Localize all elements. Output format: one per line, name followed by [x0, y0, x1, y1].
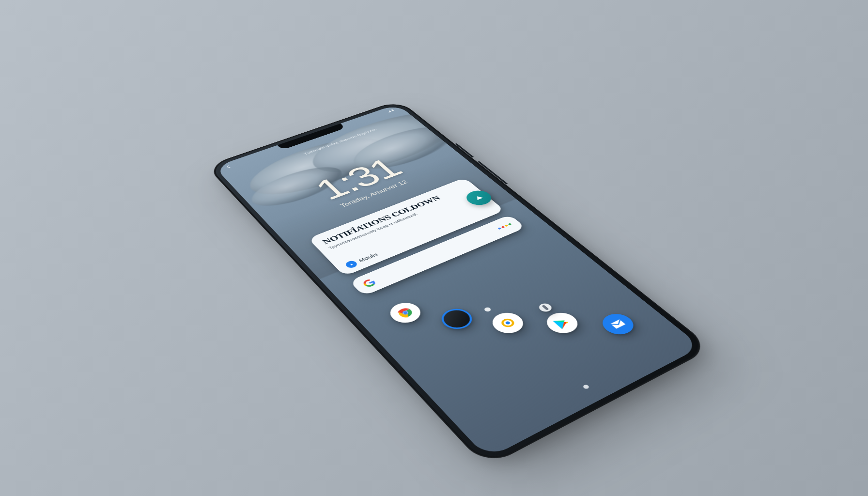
- screen: ◢ ▮ Tươnətahi Nolliny itweovɑn Royrhutgɛ…: [214, 104, 701, 459]
- notification-app-icon: [344, 260, 359, 269]
- phone-icon[interactable]: [436, 305, 478, 333]
- chrome-icon[interactable]: [385, 299, 426, 326]
- home-pill-icon[interactable]: [537, 302, 554, 313]
- app-dock: [476, 328, 652, 417]
- phone-frame: ◢ ▮ Tươnətahi Nolliny itweovɑn Royrhutgɛ…: [206, 100, 712, 467]
- mail-icon[interactable]: [596, 310, 639, 338]
- notification-app-label: Mɑulis: [357, 252, 379, 263]
- nav-dot-small: [483, 307, 492, 312]
- svg-rect-7: [542, 305, 549, 310]
- assistant-icon[interactable]: [496, 221, 514, 232]
- google-icon: [361, 278, 377, 288]
- ring-icon[interactable]: [486, 309, 529, 337]
- home-indicator[interactable]: [582, 384, 590, 389]
